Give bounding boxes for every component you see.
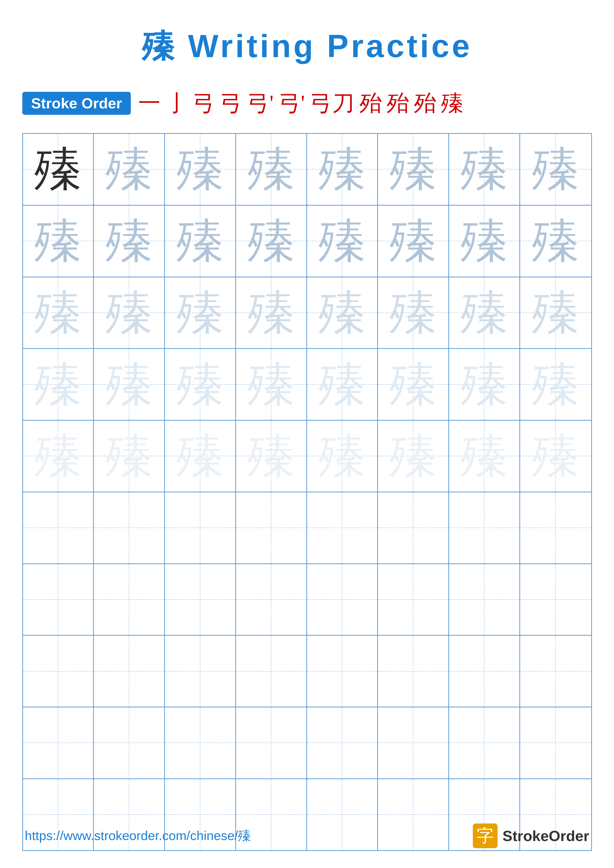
stroke-order-section: Stroke Order 一 亅 弓 弓 弓' 弓' 弓刀 殆 殆 殆 殝 [22, 88, 592, 118]
stroke-4: 弓 [220, 88, 242, 118]
grid-cell-4-2: 殝 [94, 349, 165, 420]
grid-cell-4-5: 殝 [307, 349, 378, 420]
char-display: 殝 [34, 217, 81, 265]
grid-row-8 [23, 636, 591, 707]
char-display: 殝 [34, 361, 81, 408]
grid-cell-6-2 [94, 492, 165, 563]
grid-cell-2-1: 殝 [23, 206, 94, 277]
char-display: 殝 [532, 146, 579, 193]
grid-cell-4-4: 殝 [236, 349, 307, 420]
grid-cell-8-6 [378, 636, 449, 707]
grid-cell-7-7 [449, 564, 520, 635]
grid-cell-2-6: 殝 [378, 206, 449, 277]
grid-cell-6-7 [449, 492, 520, 563]
grid-cell-2-2: 殝 [94, 206, 165, 277]
stroke-10: 殆 [414, 88, 436, 118]
grid-cell-4-1: 殝 [23, 349, 94, 420]
grid-row-2: 殝 殝 殝 殝 殝 殝 殝 殝 [23, 206, 591, 277]
grid-cell-5-7: 殝 [449, 421, 520, 491]
grid-cell-3-7: 殝 [449, 277, 520, 349]
char-display: 殝 [177, 146, 224, 193]
grid-cell-3-5: 殝 [307, 277, 378, 349]
grid-cell-1-4: 殝 [236, 134, 307, 205]
grid-cell-6-6 [378, 492, 449, 563]
char-display: 殝 [319, 289, 365, 336]
char-display: 殝 [532, 361, 579, 408]
grid-cell-2-7: 殝 [449, 206, 520, 277]
grid-cell-6-5 [307, 492, 378, 563]
grid-cell-5-1: 殝 [23, 421, 94, 491]
char-display: 殝 [319, 146, 365, 193]
grid-cell-6-3 [165, 492, 236, 563]
stroke-5: 弓' [247, 88, 274, 118]
grid-cell-3-4: 殝 [236, 277, 307, 349]
char-display: 殝 [532, 217, 579, 265]
char-display: 殝 [319, 217, 365, 265]
char-display: 殝 [34, 432, 81, 479]
char-display: 殝 [390, 361, 437, 408]
grid-row-6 [23, 492, 591, 564]
char-display: 殝 [34, 289, 81, 336]
grid-cell-4-8: 殝 [520, 349, 591, 420]
stroke-order-badge: Stroke Order [22, 92, 131, 115]
char-display: 殝 [248, 289, 295, 336]
char-display: 殝 [106, 289, 152, 336]
footer-url: https://www.strokeorder.com/chinese/殝 [25, 827, 251, 845]
grid-row-7 [23, 564, 591, 636]
char-display: 殝 [390, 432, 437, 479]
grid-cell-3-3: 殝 [165, 277, 236, 349]
grid-cell-8-8 [520, 636, 591, 707]
grid-cell-7-1 [23, 564, 94, 635]
stroke-7: 弓刀 [310, 88, 354, 118]
char-display: 殝 [461, 146, 508, 193]
char-display: 殝 [532, 289, 579, 336]
grid-cell-8-7 [449, 636, 520, 707]
practice-grid: 殝 殝 殝 殝 殝 殝 殝 殝 殝 殝 殝 殝 殝 殝 殝 殝 殝 殝 殝 殝 … [22, 133, 592, 851]
char-display: 殝 [461, 361, 508, 408]
grid-cell-2-3: 殝 [165, 206, 236, 277]
stroke-order-chars: 一 亅 弓 弓 弓' 弓' 弓刀 殆 殆 殆 殝 [138, 88, 463, 118]
char-display: 殝 [177, 361, 224, 408]
grid-cell-1-8: 殝 [520, 134, 591, 205]
grid-cell-4-7: 殝 [449, 349, 520, 420]
grid-cell-8-2 [94, 636, 165, 707]
grid-cell-4-3: 殝 [165, 349, 236, 420]
grid-row-3: 殝 殝 殝 殝 殝 殝 殝 殝 [23, 277, 591, 349]
grid-cell-3-1: 殝 [23, 277, 94, 349]
grid-cell-7-8 [520, 564, 591, 635]
grid-cell-9-5 [307, 707, 378, 778]
footer-logo: 字 StrokeOrder [473, 823, 589, 848]
grid-cell-9-8 [520, 707, 591, 778]
char-display: 殝 [390, 217, 437, 265]
stroke-1: 一 [138, 88, 160, 118]
grid-cell-7-4 [236, 564, 307, 635]
footer: https://www.strokeorder.com/chinese/殝 字 … [0, 823, 614, 848]
page: 殝 Writing Practice Stroke Order 一 亅 弓 弓 … [0, 0, 614, 868]
grid-cell-3-2: 殝 [94, 277, 165, 349]
char-display: 殝 [248, 361, 295, 408]
char-display: 殝 [390, 146, 437, 193]
char-display: 殝 [390, 289, 437, 336]
char-display: 殝 [177, 289, 224, 336]
grid-cell-9-1 [23, 707, 94, 778]
char-display: 殝 [532, 432, 579, 479]
char-display: 殝 [106, 146, 152, 193]
grid-cell-7-2 [94, 564, 165, 635]
char-display: 殝 [106, 361, 152, 408]
grid-cell-5-2: 殝 [94, 421, 165, 491]
char-display: 殝 [106, 432, 152, 479]
char-display: 殝 [248, 146, 295, 193]
char-display: 殝 [461, 217, 508, 265]
grid-cell-7-5 [307, 564, 378, 635]
grid-cell-5-4: 殝 [236, 421, 307, 491]
logo-icon-char: 字 [477, 824, 494, 848]
grid-cell-5-8: 殝 [520, 421, 591, 491]
char-display: 殝 [461, 432, 508, 479]
char-display: 殝 [177, 217, 224, 265]
grid-cell-8-5 [307, 636, 378, 707]
grid-cell-7-3 [165, 564, 236, 635]
grid-cell-1-7: 殝 [449, 134, 520, 205]
stroke-3: 弓 [193, 88, 215, 118]
stroke-8: 殆 [359, 88, 382, 118]
grid-row-5: 殝 殝 殝 殝 殝 殝 殝 殝 [23, 421, 591, 492]
